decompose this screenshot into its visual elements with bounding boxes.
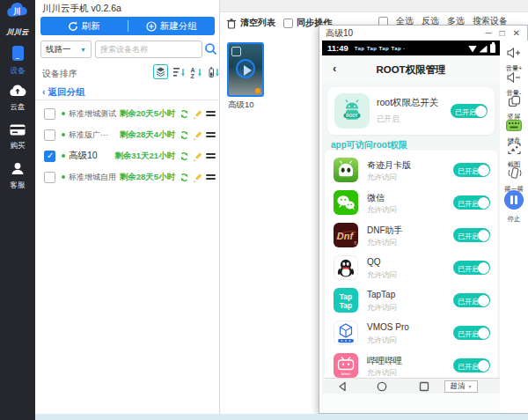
clear-list-button[interactable]: 清空列表: [226, 17, 275, 29]
refresh-button[interactable]: 刷新: [40, 17, 128, 35]
toggle-label: 已开启: [455, 107, 476, 117]
sidebar-item-devices[interactable]: 设备: [0, 46, 35, 77]
app-row[interactable]: 奇迹月卡版 允许访问 已开启: [325, 154, 497, 187]
device-checkbox[interactable]: [44, 129, 55, 141]
window-title: 川川云手机 v0.2.6a: [42, 3, 121, 15]
tool-rotate-screen[interactable]: 竖屏: [500, 95, 528, 122]
device-remaining: 剩余31天21小时: [114, 151, 175, 162]
shake-icon: [507, 166, 522, 180]
chevron-down-icon: ▼: [468, 384, 473, 389]
toggle-knob: [478, 328, 489, 339]
edit-pencil-icon[interactable]: [193, 151, 202, 161]
app-toggle-on[interactable]: 已开启: [453, 326, 490, 340]
clock: 11:49: [327, 43, 348, 53]
renew-icon[interactable]: [180, 173, 189, 182]
app-row[interactable]: QQ 允许访问 已开启: [325, 252, 497, 284]
layer-sort-icon[interactable]: [153, 64, 168, 79]
maximize-button[interactable]: □: [500, 29, 505, 38]
phone-window-titlebar[interactable]: 高级10 ─ □ ✕: [319, 26, 527, 41]
sync-checkbox[interactable]: [283, 18, 293, 28]
master-switch-title: root权限总开关: [377, 97, 439, 109]
new-group-button[interactable]: 新建分组: [128, 17, 216, 35]
toggle-label: 已开启: [458, 362, 479, 372]
renew-icon[interactable]: [180, 151, 189, 161]
renew-icon[interactable]: [180, 109, 189, 119]
menu-icon[interactable]: [206, 109, 216, 118]
sidebar-item-support[interactable]: 客服: [0, 162, 35, 191]
nav-home-icon[interactable]: [377, 381, 387, 392]
play-icon[interactable]: [236, 59, 255, 78]
app-row[interactable]: 微信 允许访问 已开启: [325, 187, 497, 219]
sidebar-item-buy[interactable]: 购买: [0, 123, 35, 151]
qq-app-icon: [334, 255, 358, 280]
taptap-app-icon: TapTap: [334, 288, 358, 313]
device-thumbnail[interactable]: [227, 42, 264, 97]
battery-icon: [490, 44, 495, 53]
menu-icon[interactable]: [206, 130, 216, 139]
stop-pause-icon[interactable]: [504, 190, 524, 210]
phone-window-title: 高级10: [326, 27, 353, 40]
edit-pencil-icon[interactable]: [193, 130, 202, 140]
tool-volume-down[interactable]: 音量-: [500, 71, 528, 98]
tool-screenshot[interactable]: 截图: [500, 143, 528, 169]
toggle-knob: [478, 197, 489, 209]
app-row[interactable]: TapTap TapTap 允许访问 已开启: [325, 284, 497, 317]
action-button-bar: 刷新 新建分组: [40, 17, 215, 35]
device-row[interactable]: 标准增城测试 剩余20天5小时: [35, 103, 219, 124]
bottom-strip: [35, 414, 528, 420]
quality-select[interactable]: 超清▼: [444, 380, 478, 393]
tool-stop[interactable]: 停止: [500, 190, 528, 224]
master-toggle-on[interactable]: 已开启: [451, 104, 488, 118]
toggle-label: 已开启: [458, 297, 479, 306]
nav-recents-icon[interactable]: [419, 381, 429, 392]
app-row[interactable]: VMOS Pro 允许访问 已开启: [325, 317, 497, 350]
search-icon[interactable]: [204, 42, 217, 55]
app-toggle-on[interactable]: 已开启: [453, 195, 490, 210]
sidebar-item-cloud-disk[interactable]: 云盘: [0, 85, 35, 113]
device-row-selected[interactable]: 高级10 剩余31天21小时: [35, 145, 219, 166]
toggle-knob: [478, 165, 489, 176]
battery-sort-icon[interactable]: [208, 66, 221, 78]
minimize-button[interactable]: ─: [485, 29, 491, 38]
trash-icon: [226, 18, 237, 29]
cloud-upload-icon: [9, 85, 26, 97]
nav-back-icon[interactable]: [337, 381, 348, 392]
app-toggle-on[interactable]: 已开启: [453, 358, 490, 372]
device-icon: [12, 46, 24, 61]
phone-screen[interactable]: 11:49 Tap Tap Tap Tap · ‹ ROOT权限管理: [322, 41, 500, 394]
renew-icon[interactable]: [180, 130, 189, 140]
tool-keyboard[interactable]: 键盘: [500, 119, 528, 145]
device-checkbox[interactable]: [44, 172, 55, 183]
app-permission-state: 允许访问: [367, 335, 397, 346]
device-checkbox-checked[interactable]: [44, 151, 55, 162]
alpha-sort-icon[interactable]: AZ: [190, 66, 203, 78]
list-sort-icon[interactable]: [172, 66, 186, 78]
menu-icon[interactable]: [206, 151, 216, 160]
online-dot-icon: [62, 112, 65, 115]
edit-pencil-icon[interactable]: [193, 173, 202, 182]
sort-icon-group: AZ: [153, 64, 221, 79]
app-toggle-on[interactable]: 已开启: [453, 228, 490, 242]
phone-tool-rail: 音量+ 音量- 竖屏 键盘 截图 摇一摇: [500, 41, 528, 413]
thumbnail-checkbox[interactable]: [231, 47, 241, 56]
app-toggle-on[interactable]: 已开启: [453, 163, 490, 177]
online-dot-icon: [62, 175, 65, 179]
close-button[interactable]: ✕: [513, 29, 520, 38]
app-row[interactable]: bilibili 哔哩哔哩 允许访问 已开启: [325, 350, 497, 378]
toggle-knob: [478, 262, 489, 274]
menu-icon[interactable]: [206, 173, 216, 181]
device-checkbox[interactable]: [44, 108, 55, 120]
edit-pencil-icon[interactable]: [193, 109, 202, 119]
volume-up-icon: [507, 47, 522, 59]
device-row[interactable]: 标准版广··· 剩余28天4小时: [35, 124, 219, 145]
device-row[interactable]: 标准增城自用 剩余28天5小时: [35, 166, 219, 188]
app-logo: 川 川川云: [0, 3, 35, 38]
app-row[interactable]: Dnf卡 DNF助手 允许访问 已开启: [325, 219, 497, 252]
tool-volume-up[interactable]: 音量+: [500, 47, 528, 73]
section-title: app可访问root权限: [331, 139, 407, 151]
back-to-groups-link[interactable]: ‹ 返回分组: [42, 86, 84, 99]
search-input[interactable]: [95, 41, 202, 58]
app-toggle-on[interactable]: 已开启: [453, 261, 490, 275]
line-select[interactable]: 线路一 ▼: [40, 41, 92, 58]
app-toggle-on[interactable]: 已开启: [453, 293, 490, 307]
